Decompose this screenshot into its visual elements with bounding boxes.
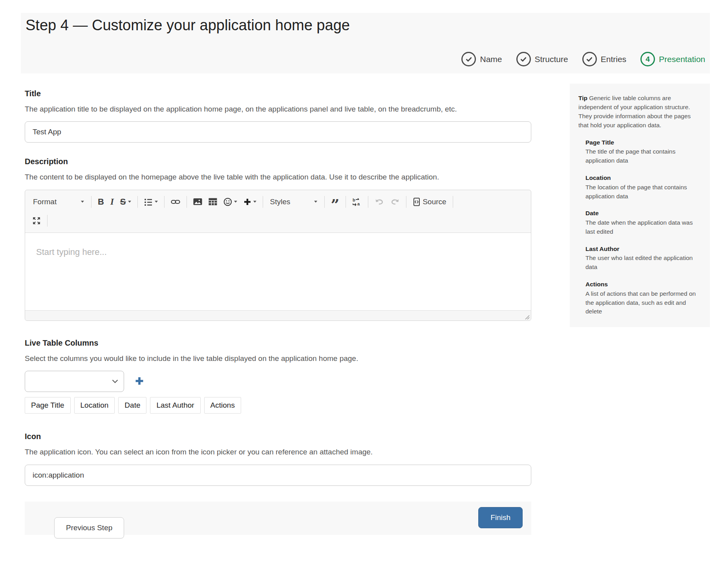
page-title: Step 4 — Customize your application home…: [26, 17, 706, 34]
selected-columns-list: Page Title Location Date Last Author Act…: [25, 397, 531, 414]
svg-text:a: a: [357, 201, 360, 206]
step-entries[interactable]: Entries: [582, 52, 626, 66]
column-chip-page-title[interactable]: Page Title: [25, 397, 71, 414]
svg-text:b: b: [353, 198, 355, 202]
step-circle: [461, 52, 476, 66]
link-icon: [171, 198, 180, 205]
finish-button[interactable]: Finish: [478, 507, 523, 528]
styles-dropdown-label: Styles: [270, 198, 291, 206]
plus-icon: [243, 198, 251, 206]
tip-term-page-title: Page Title: [585, 138, 701, 147]
maximize-button[interactable]: [29, 214, 44, 227]
columns-field-label: Live Table Columns: [25, 339, 531, 348]
icon-field-label: Icon: [25, 432, 531, 441]
icon-field-hint: The application icon. You can select an …: [25, 446, 531, 458]
bidi-language-icon: b a: [352, 198, 362, 206]
columns-field-hint: Select the columns you would like to inc…: [25, 353, 531, 364]
toolbar-separator: [263, 196, 263, 208]
toolbar-separator: [324, 196, 325, 208]
chevron-down-icon: [234, 201, 237, 203]
insert-image-button[interactable]: [190, 196, 205, 208]
strikethrough-button[interactable]: S: [117, 195, 134, 209]
blockquote-button[interactable]: ”: [328, 196, 343, 207]
undo-button[interactable]: [371, 196, 387, 208]
step-label: Entries: [601, 55, 626, 64]
bold-button[interactable]: B: [95, 195, 107, 209]
column-chip-date[interactable]: Date: [118, 397, 146, 414]
column-chip-actions[interactable]: Actions: [204, 397, 241, 414]
link-button[interactable]: [168, 196, 183, 208]
toolbar-separator: [137, 196, 138, 208]
source-button-label: Source: [423, 198, 446, 206]
tip-term-location: Location: [585, 174, 701, 182]
tip-panel: Tip Generic live table columns are indep…: [570, 84, 710, 327]
column-chip-location[interactable]: Location: [74, 397, 115, 414]
insert-more-button[interactable]: [240, 196, 260, 208]
toolbar-separator: [346, 196, 346, 208]
chevron-down-icon: [314, 201, 317, 203]
image-icon: [193, 198, 202, 205]
italic-button[interactable]: I: [107, 195, 117, 209]
step-presentation[interactable]: 4 Presentation: [640, 52, 705, 66]
header-band: Step 4 — Customize your application home…: [21, 13, 710, 73]
language-button[interactable]: b a: [349, 195, 365, 209]
smiley-icon: [223, 198, 232, 206]
wizard-page: Step 4 — Customize your application home…: [0, 0, 728, 564]
step-label: Name: [480, 55, 502, 64]
check-icon: [586, 56, 593, 63]
description-field-hint: The content to be displayed on the homep…: [25, 171, 531, 183]
step-circle: [516, 52, 531, 66]
tip-term-date: Date: [585, 209, 701, 218]
tip-intro: Tip Generic live table columns are indep…: [578, 94, 701, 130]
tip-definition-actions: A list of actions that can be performed …: [585, 289, 701, 317]
tip-definitions: Page Title The title of the page that co…: [585, 138, 701, 317]
redo-icon: [390, 198, 400, 205]
step-structure[interactable]: Structure: [516, 52, 568, 66]
tip-definition-last-author: The user who last edited the application…: [585, 254, 701, 272]
source-button[interactable]: Source: [410, 195, 449, 209]
title-input[interactable]: [25, 121, 531, 143]
toolbar-separator: [453, 196, 453, 208]
column-chip-last-author[interactable]: Last Author: [150, 397, 200, 414]
columns-select[interactable]: [25, 371, 124, 392]
step-number: 4: [646, 55, 650, 64]
styles-dropdown[interactable]: Styles: [266, 194, 321, 209]
icon-input[interactable]: [25, 465, 531, 486]
check-icon: [520, 56, 527, 63]
step-circle: 4: [640, 52, 655, 66]
italic-icon: I: [110, 197, 114, 206]
editor-content-area[interactable]: Start typing here...: [25, 233, 531, 310]
step-label: Presentation: [659, 55, 705, 64]
bulleted-list-icon: [144, 198, 153, 206]
editor-toolbar: Format B I S: [25, 190, 531, 233]
columns-select-row: [25, 371, 531, 392]
tip-definition-date: The date when the application data was l…: [585, 218, 701, 236]
add-column-button[interactable]: [133, 374, 146, 389]
format-dropdown[interactable]: Format: [29, 194, 88, 209]
chevron-down-icon: [81, 201, 84, 203]
toolbar-separator: [164, 196, 165, 208]
chevron-down-icon: [253, 201, 256, 203]
previous-step-button[interactable]: Previous Step: [54, 517, 124, 538]
rich-text-editor: Format B I S: [25, 190, 531, 321]
tip-term-last-author: Last Author: [585, 245, 701, 253]
undo-icon: [375, 198, 384, 205]
strikethrough-icon: S: [120, 198, 126, 206]
check-icon: [465, 56, 472, 63]
tip-definition-location: The location of the page that contains a…: [585, 183, 701, 201]
wizard-steps: Name Structure Entries 4 Presentation: [461, 52, 705, 66]
toolbar-row-2: [29, 211, 527, 230]
source-icon: [413, 198, 421, 206]
redo-button[interactable]: [387, 196, 403, 208]
insert-table-button[interactable]: [205, 196, 220, 208]
step-name[interactable]: Name: [461, 52, 502, 66]
resize-handle-icon[interactable]: [524, 314, 530, 320]
toolbar-separator: [406, 196, 406, 208]
list-button[interactable]: [141, 196, 161, 208]
tip-definition-page-title: The title of the page that contains appl…: [585, 147, 701, 165]
toolbar-separator: [187, 196, 187, 208]
quote-icon: ”: [331, 201, 340, 208]
emoji-button[interactable]: [220, 195, 240, 209]
chevron-down-icon: [155, 201, 158, 203]
bold-icon: B: [98, 198, 104, 206]
